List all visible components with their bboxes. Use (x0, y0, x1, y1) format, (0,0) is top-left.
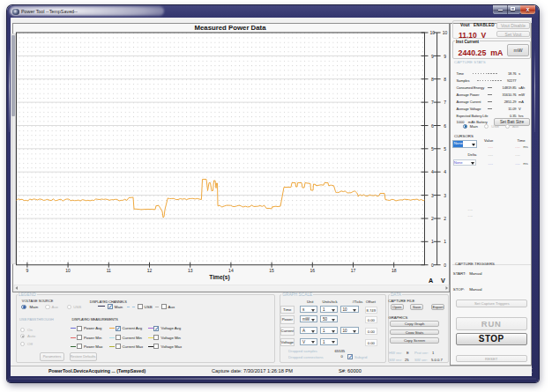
svg-text:3: 3 (444, 193, 446, 198)
svg-text:Time(s): Time(s) (209, 274, 229, 281)
svg-text:0: 0 (444, 263, 446, 268)
svg-text:4: 4 (431, 169, 434, 174)
svg-text:8: 8 (444, 77, 446, 82)
svg-text:5: 5 (444, 146, 446, 152)
svg-text:5: 5 (431, 146, 434, 152)
svg-text:17: 17 (351, 268, 356, 273)
svg-text:V: V (441, 277, 445, 285)
svg-text:2: 2 (444, 216, 446, 221)
svg-text:10: 10 (443, 30, 448, 35)
svg-text:9: 9 (444, 54, 446, 59)
svg-text:8: 8 (431, 77, 434, 82)
svg-text:4: 4 (444, 169, 446, 174)
svg-text:11: 11 (107, 268, 111, 273)
svg-text:16: 16 (310, 268, 316, 273)
svg-text:6: 6 (431, 123, 434, 129)
svg-text:1: 1 (431, 239, 434, 244)
svg-text:13: 13 (188, 268, 193, 273)
svg-text:12: 12 (147, 268, 153, 273)
svg-text:9: 9 (26, 268, 29, 273)
svg-text:2: 2 (431, 216, 434, 221)
svg-text:9: 9 (431, 54, 434, 59)
svg-text:15: 15 (269, 268, 274, 273)
svg-text:7: 7 (431, 100, 434, 105)
svg-text:A: A (429, 277, 433, 285)
svg-text:0: 0 (431, 263, 434, 268)
svg-text:3: 3 (431, 193, 434, 198)
svg-text:7: 7 (444, 100, 446, 105)
svg-text:18: 18 (392, 268, 397, 273)
svg-text:10: 10 (430, 30, 436, 35)
svg-text:1: 1 (444, 239, 446, 244)
svg-text:Measured Power Data: Measured Power Data (194, 24, 266, 32)
svg-text:10: 10 (65, 268, 71, 273)
svg-text:14: 14 (228, 268, 234, 273)
svg-text:6: 6 (444, 123, 446, 129)
